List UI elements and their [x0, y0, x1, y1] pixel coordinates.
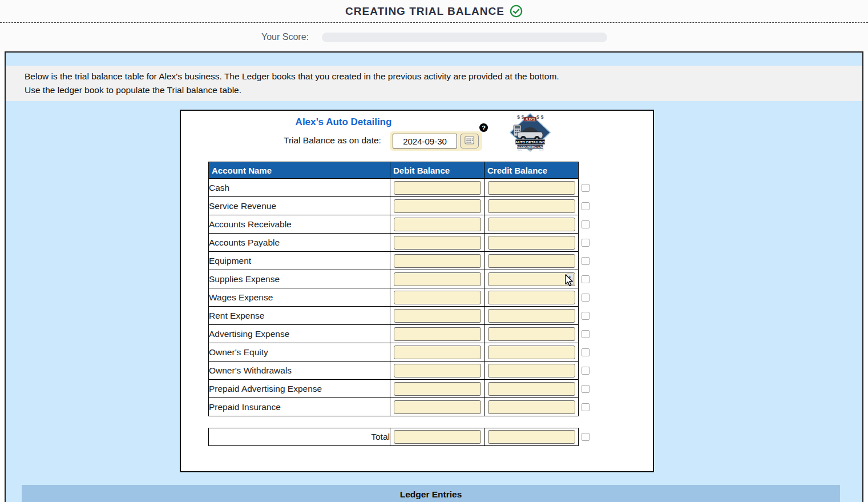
credit-balance-input[interactable] [488, 382, 575, 396]
row-checkbox[interactable] [582, 348, 590, 356]
company-logo: $ $ $ $ ALEX'S AUTO DETAILING [510, 113, 551, 154]
credit-balance-input[interactable] [488, 364, 575, 377]
debit-balance-cell [390, 288, 485, 307]
spinner-up-icon[interactable]: ▲ [567, 274, 574, 280]
credit-balance-cell [485, 343, 579, 362]
total-credit-input[interactable] [488, 430, 575, 444]
debit-balance-input[interactable] [394, 400, 481, 414]
credit-balance-input[interactable] [488, 218, 575, 231]
page-title: CREATING TRIAL BALANCE [345, 5, 504, 18]
credit-balance-cell [485, 197, 579, 215]
debit-balance-cell [390, 252, 485, 270]
row-checkbox[interactable] [582, 294, 590, 302]
date-input[interactable] [393, 134, 457, 148]
credit-balance-cell [485, 307, 579, 325]
debit-balance-cell [390, 343, 485, 362]
row-checkbox[interactable] [582, 312, 590, 320]
row-checkbox[interactable] [582, 220, 590, 228]
table-row: Prepaid Advertising Expense [209, 380, 579, 398]
checkbox-slot [582, 288, 590, 307]
spinner-down-icon[interactable]: ▼ [567, 279, 574, 284]
debit-balance-input[interactable] [394, 309, 481, 323]
number-spinner[interactable]: ▲▼ [566, 274, 574, 285]
row-checkbox[interactable] [582, 202, 590, 210]
account-name-cell: Owner's Equity [209, 343, 390, 362]
help-icon[interactable]: ? [479, 123, 488, 132]
checkbox-slot [582, 252, 590, 270]
checkbox-slot [582, 270, 590, 288]
row-checkbox[interactable] [582, 367, 590, 375]
account-name-cell: Service Revenue [209, 197, 390, 215]
credit-balance-input[interactable] [488, 346, 575, 359]
table-row: Supplies Expense▲▼ [209, 270, 579, 288]
activity-container: Below is the trial balance table for Ale… [5, 51, 863, 502]
total-row-zone: Total [208, 428, 653, 446]
total-credit-cell [485, 428, 579, 446]
credit-balance-input[interactable] [488, 272, 575, 286]
checkbox-slot [582, 325, 590, 343]
debit-balance-input[interactable] [394, 346, 481, 359]
debit-balance-input[interactable] [394, 218, 481, 231]
row-checkbox[interactable] [582, 257, 590, 265]
credit-balance-cell [485, 234, 579, 252]
credit-balance-input[interactable] [488, 327, 575, 341]
instructions-line-2: Use the ledger book to populate the Tria… [25, 83, 845, 97]
total-row-checkbox[interactable] [582, 433, 590, 441]
credit-balance-input[interactable] [488, 254, 575, 268]
svg-text:AUTO DETAILING: AUTO DETAILING [515, 140, 545, 144]
account-name-cell: Accounts Payable [209, 234, 390, 252]
row-checkbox[interactable] [582, 239, 590, 247]
table-row: Rent Expense [209, 307, 579, 325]
account-name-cell: Accounts Receivable [209, 215, 390, 234]
debit-balance-input[interactable] [394, 382, 481, 396]
credit-balance-input[interactable] [488, 291, 575, 304]
row-checkbox[interactable] [582, 275, 590, 283]
row-checkbox[interactable] [582, 403, 590, 411]
debit-balance-input[interactable] [394, 236, 481, 250]
calendar-button[interactable] [460, 134, 479, 148]
debit-balance-input[interactable] [394, 181, 481, 195]
credit-balance-cell [485, 179, 579, 197]
credit-balance-input[interactable] [488, 199, 575, 213]
row-checkbox[interactable] [582, 385, 590, 393]
debit-balance-input[interactable] [394, 364, 481, 377]
debit-balance-input[interactable] [394, 199, 481, 213]
instructions-panel: Below is the trial balance table for Ale… [6, 66, 862, 101]
score-progress-bar [322, 33, 607, 42]
account-name-cell: Equipment [209, 252, 390, 270]
debit-balance-cell [390, 179, 485, 197]
score-row: Your Score: [0, 23, 868, 51]
row-checkbox[interactable] [582, 184, 590, 192]
debit-balance-input[interactable] [394, 272, 481, 286]
credit-balance-cell [485, 325, 579, 343]
table-row: Equipment [209, 252, 579, 270]
table-row: Cash [209, 179, 579, 197]
table-row: Prepaid Insurance [209, 398, 579, 416]
row-checkbox-column [582, 162, 590, 416]
column-header-credit-balance: Credit Balance [485, 162, 579, 179]
table-row: Accounts Receivable [209, 215, 579, 234]
business-name: Alex’s Auto Detailing [181, 117, 506, 128]
checkbox-slot [582, 234, 590, 252]
checkbox-slot [582, 380, 590, 398]
instructions-line-1: Below is the trial balance table for Ale… [25, 70, 845, 83]
table-row: Advertising Expense [209, 325, 579, 343]
debit-balance-input[interactable] [394, 254, 481, 268]
calendar-icon [465, 136, 474, 146]
row-checkbox[interactable] [582, 330, 590, 338]
credit-balance-input[interactable] [488, 400, 575, 414]
credit-balance-input[interactable] [488, 236, 575, 250]
trial-balance-card: Alex’s Auto Detailing Trial Balance as o… [180, 110, 654, 472]
debit-balance-input[interactable] [394, 327, 481, 341]
credit-balance-input[interactable] [488, 309, 575, 323]
column-header-account-name: Account Name [209, 162, 390, 179]
account-name-cell: Cash [209, 179, 390, 197]
debit-balance-input[interactable] [394, 291, 481, 304]
credit-balance-input[interactable] [488, 181, 575, 195]
credit-balance-cell [485, 288, 579, 307]
total-debit-input[interactable] [394, 430, 481, 444]
debit-balance-cell [390, 270, 485, 288]
account-name-cell: Advertising Expense [209, 325, 390, 343]
account-name-cell: Supplies Expense [209, 270, 390, 288]
debit-balance-cell [390, 362, 485, 380]
